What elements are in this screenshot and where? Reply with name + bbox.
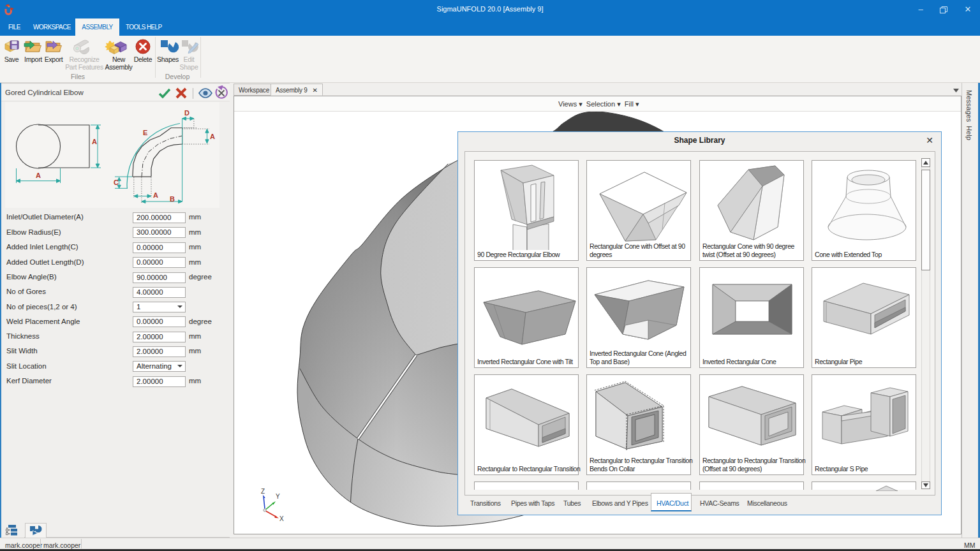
svg-text:Delete: Delete xyxy=(134,55,152,63)
svg-text:E: E xyxy=(143,129,147,136)
svg-text:Import: Import xyxy=(24,55,42,63)
svg-text:New: New xyxy=(112,55,126,63)
svg-text:Shapes: Shapes xyxy=(157,55,179,63)
svg-text:Files: Files xyxy=(71,73,85,80)
svg-text:Recognize: Recognize xyxy=(70,55,100,63)
svg-text:Assembly: Assembly xyxy=(105,63,133,71)
svg-text:D: D xyxy=(184,109,189,117)
svg-text:A: A xyxy=(92,138,97,145)
svg-text:Shape: Shape xyxy=(180,63,198,71)
svg-text:B: B xyxy=(170,195,175,203)
svg-text:Part Features: Part Features xyxy=(65,63,103,71)
svg-text:X: X xyxy=(279,515,284,522)
svg-text:Develop: Develop xyxy=(165,73,190,80)
svg-text:A: A xyxy=(36,172,41,179)
svg-text:A: A xyxy=(153,191,158,199)
svg-text:Save: Save xyxy=(4,55,19,63)
svg-text:Y: Y xyxy=(276,493,280,500)
svg-text:C: C xyxy=(114,179,119,186)
svg-text:Export: Export xyxy=(45,55,63,63)
svg-text:Z: Z xyxy=(261,488,265,495)
svg-text:Edit: Edit xyxy=(184,55,195,63)
svg-text:A: A xyxy=(210,133,215,140)
